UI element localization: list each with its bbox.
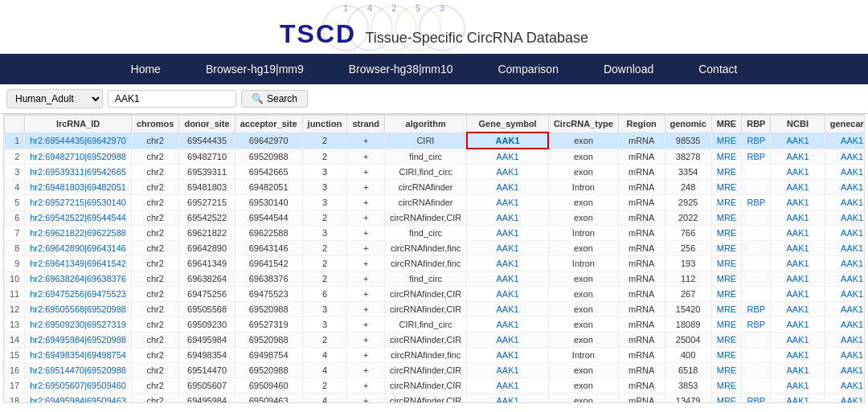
search-button[interactable]: 🔍 Search (241, 90, 308, 108)
row-mre: MRE (711, 287, 741, 302)
row-strand: + (347, 256, 385, 271)
row-mre: MRE (711, 363, 741, 378)
row-genomic: 13479 (665, 394, 711, 404)
row-strand: + (347, 317, 385, 332)
col-region: Region (618, 116, 665, 133)
row-region: mRNA (618, 241, 665, 256)
row-chr: chr2 (131, 133, 178, 149)
col-ncbi: NCBI (771, 116, 825, 133)
row-type: exon (548, 195, 618, 210)
row-algorithm: circRNAfinder,CIR (385, 302, 467, 317)
row-strand: + (347, 302, 385, 317)
row-number: 10 (5, 271, 25, 287)
table-row[interactable]: 14 hr2:69495984|69520988 chr2 69495984 6… (5, 332, 866, 348)
row-type: exon (548, 302, 618, 317)
search-button-label: Search (267, 93, 297, 104)
row-junction: 2 (302, 210, 347, 226)
row-number: 7 (5, 226, 25, 241)
col-rbp: RBP (742, 116, 771, 133)
row-type: exon (548, 149, 618, 165)
row-number: 17 (5, 378, 25, 394)
row-algorithm: circRNAfinder,finc (385, 256, 467, 271)
row-rbp: RBP (742, 394, 771, 404)
row-region: mRNA (618, 302, 665, 317)
row-number: 15 (5, 348, 25, 363)
row-genomic: 248 (665, 180, 711, 195)
row-chr: chr2 (131, 332, 178, 348)
row-number: 9 (5, 256, 25, 271)
row-rbp: RBP (742, 317, 771, 332)
row-type: exon (548, 271, 618, 287)
row-genecards: AAK1 (825, 287, 865, 302)
row-type: exon (548, 210, 618, 226)
row-chr: chr2 (131, 317, 178, 332)
nav-browser-hg38[interactable]: Browser-hg38|mm10 (326, 54, 476, 84)
table-row[interactable]: 17 hr2:69505607|69509460 chr2 69505607 6… (5, 378, 866, 394)
row-genecards: AAK1 (825, 394, 865, 404)
row-acceptor: 69527319 (235, 317, 302, 332)
table-row[interactable]: 2 hr2:69482710|69520988 chr2 69482710 69… (5, 149, 866, 165)
nav-comparison[interactable]: Comparison (475, 54, 580, 84)
row-rbp (742, 271, 771, 287)
row-genecards: AAK1 (825, 271, 865, 287)
species-dropdown[interactable]: Human_AdultHuman_FetalMouse_AdultMouse_F… (6, 89, 103, 108)
row-mre: MRE (711, 332, 741, 348)
row-ncbi: AAK1 (771, 302, 825, 317)
table-row[interactable]: 13 hr2:69509230|69527319 chr2 69509230 6… (5, 317, 866, 332)
row-acceptor: 69475523 (235, 287, 302, 302)
table-row[interactable]: 1 hr2:69544435|69642970 chr2 69544435 69… (5, 133, 866, 149)
table-row[interactable]: 8 hr2:69642890|69643146 chr2 69642890 69… (5, 241, 866, 256)
row-chr: chr2 (131, 271, 178, 287)
row-region: mRNA (618, 271, 665, 287)
table-row[interactable]: 7 hr2:69621822|69622588 chr2 69621822 69… (5, 226, 866, 241)
nav-home[interactable]: Home (108, 54, 183, 84)
row-chr: chr2 (131, 256, 178, 271)
row-acceptor: 69530140 (235, 195, 302, 210)
row-genomic: 2925 (665, 195, 711, 210)
row-rbp (742, 348, 771, 363)
row-ncbi: AAK1 (771, 348, 825, 363)
table-row[interactable]: 5 hr2:69527215|69530140 chr2 69527215 69… (5, 195, 866, 210)
nav-download[interactable]: Download (581, 54, 676, 84)
col-junction: junction (302, 116, 347, 133)
nav-browser-hg19[interactable]: Browser-hg19|mm9 (183, 54, 326, 84)
row-region: mRNA (618, 256, 665, 271)
row-ncbi: AAK1 (771, 363, 825, 378)
nav-contact[interactable]: Contact (676, 54, 760, 84)
table-row[interactable]: 3 hr2:69539311|69542665 chr2 69539311 69… (5, 165, 866, 180)
table-row[interactable]: 12 hr2:69505568|69520988 chr2 69505568 6… (5, 302, 866, 317)
row-genomic: 18089 (665, 317, 711, 332)
row-strand: + (347, 363, 385, 378)
table-row[interactable]: 18 hr2:69495984|69509463 chr2 69495984 6… (5, 394, 866, 404)
row-algorithm: find_circ (385, 271, 467, 287)
row-acceptor: 69520988 (235, 149, 302, 165)
row-algorithm: CIRI (385, 133, 467, 149)
search-bar: Human_AdultHuman_FetalMouse_AdultMouse_F… (0, 84, 868, 114)
table-row[interactable]: 10 hr2:69638264|69638376 chr2 69638264 6… (5, 271, 866, 287)
row-junction: 4 (302, 394, 347, 404)
row-algorithm: circRNAfinder,CIR (385, 394, 467, 404)
row-genomic: 766 (665, 226, 711, 241)
table-row[interactable]: 15 hr2:69498354|69498754 chr2 69498354 6… (5, 348, 866, 363)
row-id: hr2:69514470|69520988 (25, 363, 132, 378)
row-genomic: 400 (665, 348, 711, 363)
table-row[interactable]: 9 hr2:69641349|69641542 chr2 69641349 69… (5, 256, 866, 271)
row-strand: + (347, 332, 385, 348)
search-input[interactable] (108, 90, 236, 108)
gene-cell: AAK1 (467, 195, 549, 210)
row-strand: + (347, 271, 385, 287)
row-ncbi: AAK1 (771, 210, 825, 226)
table-row[interactable]: 11 hr2:69475256|69475523 chr2 69475256 6… (5, 287, 866, 302)
row-rbp: RBP (742, 195, 771, 210)
table-row[interactable]: 6 hr2:69542522|69544544 chr2 69542522 69… (5, 210, 866, 226)
table-row[interactable]: 16 hr2:69514470|69520988 chr2 69514470 6… (5, 363, 866, 378)
row-rbp (742, 332, 771, 348)
row-donor: 69514470 (179, 363, 235, 378)
table-row[interactable]: 4 hr2:69481803|69482051 chr2 69481803 69… (5, 180, 866, 195)
row-acceptor: 69642970 (235, 133, 302, 149)
row-id: hr2:69642890|69643146 (25, 241, 132, 256)
row-rbp (742, 256, 771, 271)
row-strand: + (347, 378, 385, 394)
row-rbp (742, 287, 771, 302)
row-id: hr2:69527215|69530140 (25, 195, 132, 210)
